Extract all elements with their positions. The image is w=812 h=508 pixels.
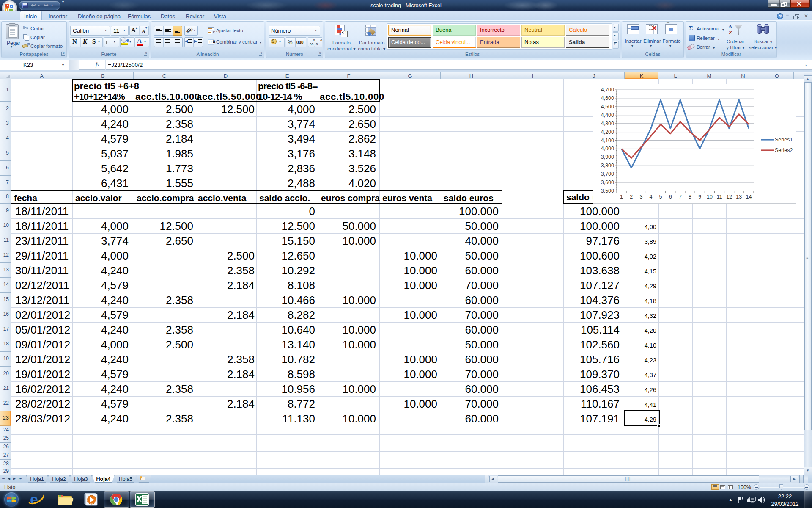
svg-text:12: 12 (726, 194, 732, 200)
svg-text:11: 11 (717, 194, 722, 200)
svg-text:3,500: 3,500 (601, 188, 614, 194)
svg-text:4,600: 4,600 (601, 95, 614, 101)
svg-text:e: e (30, 492, 38, 507)
svg-text:3,600: 3,600 (601, 179, 614, 185)
svg-text:Series1: Series1 (775, 137, 793, 143)
svg-text:3,800: 3,800 (601, 163, 614, 168)
svg-text:4,500: 4,500 (601, 104, 614, 110)
svg-text:3,900: 3,900 (601, 154, 614, 160)
svg-text:9: 9 (698, 194, 701, 200)
svg-text:4,100: 4,100 (601, 138, 614, 144)
svg-text:1: 1 (620, 194, 623, 200)
svg-text:10: 10 (707, 194, 713, 200)
svg-text:2: 2 (630, 194, 633, 200)
svg-text:6: 6 (669, 194, 672, 200)
svg-text:8: 8 (689, 194, 691, 200)
svg-text:13: 13 (736, 194, 742, 200)
svg-text:4,300: 4,300 (601, 121, 614, 127)
svg-text:14: 14 (746, 194, 752, 200)
svg-text:4: 4 (650, 194, 653, 200)
svg-text:7: 7 (679, 194, 682, 200)
svg-text:4,200: 4,200 (601, 129, 614, 135)
svg-text:4,400: 4,400 (601, 112, 614, 118)
svg-text:5: 5 (659, 194, 662, 200)
svg-text:3: 3 (639, 194, 642, 200)
svg-text:4,000: 4,000 (601, 146, 614, 152)
svg-text:4,700: 4,700 (601, 87, 614, 93)
svg-text:Series2: Series2 (775, 147, 793, 153)
svg-text:3,700: 3,700 (601, 171, 614, 177)
